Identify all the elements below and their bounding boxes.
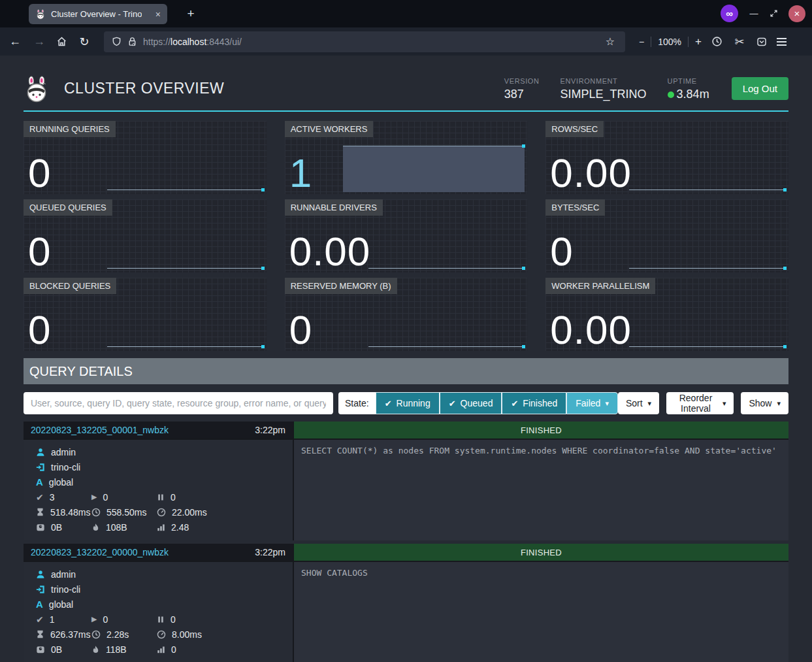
query-info-panel: admin trino-cli A global ✔3 ▶0 0 bbox=[24, 440, 293, 540]
chevron-down-icon: ▾ bbox=[648, 399, 652, 408]
stat-tile-label: BYTES/SEC bbox=[545, 199, 605, 216]
stat-tile-label: BLOCKED QUERIES bbox=[24, 278, 116, 294]
zoom-level[interactable]: 100% bbox=[658, 37, 681, 47]
current-memory: 0B bbox=[51, 644, 62, 655]
lock-warning-icon[interactable] bbox=[127, 37, 137, 46]
environment-value: SIMPLE_TRINO bbox=[560, 88, 647, 101]
history-clock-icon[interactable] bbox=[711, 36, 723, 47]
home-button[interactable] bbox=[56, 36, 67, 47]
parallelism-bars-icon bbox=[157, 523, 165, 531]
stat-tile-label: RESERVED MEMORY (B) bbox=[285, 278, 397, 294]
queued-time-hourglass-icon bbox=[36, 630, 44, 638]
cumulative-memory-flame-icon bbox=[91, 523, 100, 532]
cpu-time-gauge-icon bbox=[157, 508, 166, 517]
uptime-info: UPTIME 3.84m bbox=[668, 77, 709, 101]
sparkline bbox=[629, 268, 786, 269]
reload-button[interactable]: ↻ bbox=[77, 35, 91, 49]
zoom-in-button[interactable]: + bbox=[695, 35, 702, 48]
stat-tile-label: ACTIVE WORKERS bbox=[285, 121, 374, 137]
parallelism-bars-icon bbox=[157, 645, 165, 654]
current-memory: 0B bbox=[51, 522, 62, 533]
stat-tiles-grid: RUNNING QUERIES 0 ACTIVE WORKERS 1 ROWS/… bbox=[24, 121, 788, 351]
query-id-link[interactable]: 20220823_132202_00000_nwbzk bbox=[31, 547, 169, 557]
completed-splits-check-icon: ✔ bbox=[36, 493, 44, 502]
logout-button[interactable]: Log Out bbox=[732, 77, 788, 100]
sparkline-dot bbox=[522, 345, 525, 348]
stat-tile-label: WORKER PARALLELISM bbox=[545, 278, 655, 294]
running-splits: 0 bbox=[103, 492, 108, 503]
menu-button[interactable] bbox=[777, 38, 787, 46]
query-user: admin bbox=[51, 447, 76, 457]
tab-title: Cluster Overview - Trino bbox=[51, 9, 142, 19]
resource-group-icon: A bbox=[36, 599, 43, 610]
stat-tile: WORKER PARALLELISM 0.00 bbox=[545, 278, 788, 351]
query-row: 20220823_132202_00000_nwbzk 3:22pm FINIS… bbox=[24, 544, 788, 662]
stat-tile-value: 0.00 bbox=[550, 308, 632, 351]
chevron-down-icon: ▾ bbox=[777, 399, 781, 408]
new-tab-button[interactable]: + bbox=[182, 5, 200, 24]
uptime-value: 3.84m bbox=[677, 88, 709, 101]
query-user: admin bbox=[51, 569, 76, 580]
bookmark-star-icon[interactable]: ☆ bbox=[603, 35, 617, 48]
cpu-time: 8.00ms bbox=[172, 629, 202, 640]
reorder-interval-dropdown-button[interactable]: Reorder Interval ▾ bbox=[666, 392, 734, 414]
query-status-badge: FINISHED bbox=[294, 422, 788, 439]
query-resource-group: global bbox=[49, 477, 73, 488]
memory-scale-icon bbox=[36, 645, 45, 654]
forward-button[interactable]: → bbox=[32, 35, 46, 48]
sort-dropdown-button[interactable]: Sort ▾ bbox=[618, 392, 659, 414]
state-button-label: Queued bbox=[461, 398, 493, 408]
screenshot-scissors-icon[interactable]: ✂ bbox=[732, 35, 747, 49]
window-restore-button[interactable] bbox=[770, 9, 778, 18]
stat-tile-value: 0.00 bbox=[550, 152, 632, 194]
state-filter-button[interactable]: ✔ Queued bbox=[440, 392, 502, 414]
state-filter-button[interactable]: ✔ Finished bbox=[502, 392, 566, 414]
query-search-input[interactable] bbox=[24, 392, 333, 414]
stat-tile: RUNNABLE DRIVERS 0.00 bbox=[285, 199, 528, 273]
pocket-icon[interactable] bbox=[756, 37, 767, 47]
reorder-interval-label: Reorder Interval bbox=[674, 393, 717, 414]
sparkline-area bbox=[343, 146, 525, 192]
stat-tile: QUEUED QUERIES 0 bbox=[24, 199, 267, 273]
queued-splits: 0 bbox=[171, 614, 176, 625]
zoom-out-button[interactable]: − bbox=[639, 37, 644, 47]
shield-icon[interactable] bbox=[112, 37, 122, 46]
completed-splits-check-icon: ✔ bbox=[36, 615, 44, 624]
query-row-header: 20220823_132202_00000_nwbzk 3:22pm bbox=[24, 544, 293, 561]
version-label: VERSION bbox=[504, 77, 540, 85]
separator bbox=[688, 37, 689, 47]
sparkline-dot bbox=[783, 188, 787, 191]
url-path: :8443/ui/ bbox=[206, 37, 242, 47]
browser-tab[interactable]: Cluster Overview - Trino × bbox=[29, 4, 167, 24]
state-filter-button[interactable]: ✔ Running bbox=[376, 392, 440, 414]
query-info-panel: admin trino-cli A global ✔1 ▶0 0 bbox=[24, 562, 293, 662]
query-id-link[interactable]: 20220823_132205_00001_nwbzk bbox=[31, 425, 169, 435]
tab-close-icon[interactable]: × bbox=[155, 9, 161, 20]
window-close-button[interactable]: × bbox=[788, 5, 805, 22]
window-minimize-button[interactable]: — bbox=[749, 8, 759, 18]
resource-group-icon: A bbox=[36, 476, 43, 488]
state-filter-failed-button[interactable]: Failed ▾ bbox=[566, 392, 618, 414]
sparkline-dot bbox=[522, 267, 525, 270]
cumulative-memory: 108B bbox=[106, 522, 127, 533]
show-dropdown-button[interactable]: Show ▾ bbox=[741, 392, 788, 414]
url-text[interactable]: https://localhost:8443/ui/ bbox=[143, 37, 242, 47]
query-details-header: QUERY DETAILS bbox=[24, 358, 788, 384]
stat-tile-value: 0 bbox=[28, 230, 51, 273]
queued-time: 518.48ms bbox=[50, 507, 90, 518]
running-splits-play-icon: ▶ bbox=[91, 616, 97, 623]
user-icon bbox=[36, 448, 45, 457]
cluster-header: CLUSTER OVERVIEW VERSION 387 ENVIRONMENT… bbox=[24, 56, 788, 112]
elapsed-time-clock-icon bbox=[91, 508, 101, 517]
cumulative-memory: 118B bbox=[106, 644, 127, 655]
back-button[interactable]: ← bbox=[8, 35, 22, 48]
cumulative-memory-flame-icon bbox=[91, 645, 100, 654]
browser-toolbar: ← → ↻ https://localhost:8443/ui/ ☆ − 100… bbox=[0, 27, 812, 56]
sparkline-dot bbox=[522, 144, 525, 148]
query-sql-text: SELECT COUNT(*) as nodes FROM system.run… bbox=[294, 440, 788, 540]
url-bar[interactable]: https://localhost:8443/ui/ ☆ bbox=[104, 31, 625, 52]
completed-splits: 1 bbox=[50, 614, 55, 625]
queued-time-hourglass-icon bbox=[36, 508, 44, 516]
query-sql-text: SHOW CATALOGS bbox=[294, 562, 788, 662]
sparkline bbox=[368, 346, 525, 347]
